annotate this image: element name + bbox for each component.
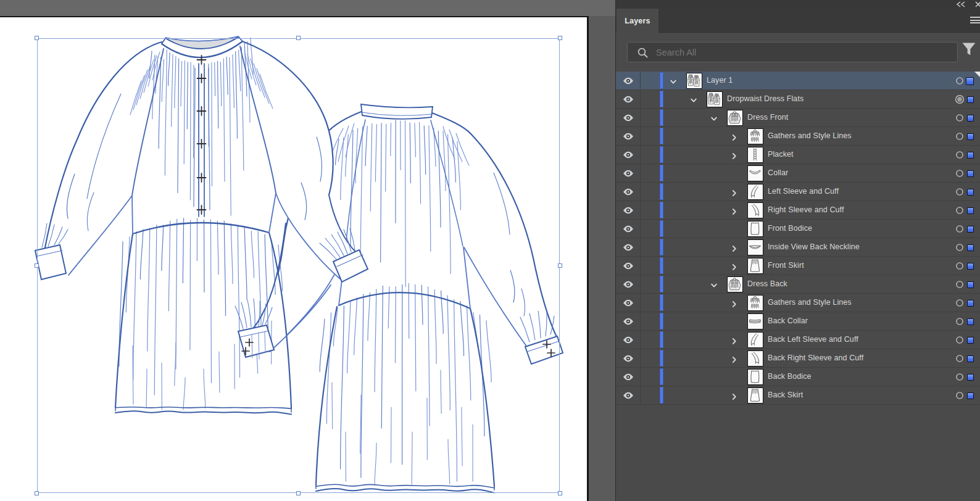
filter-funnel-icon[interactable] [960, 41, 978, 58]
eye-icon[interactable] [623, 281, 634, 288]
eye-icon[interactable] [623, 151, 634, 159]
layer-name[interactable]: Front Skirt [768, 257, 804, 275]
target-circle-icon[interactable] [955, 76, 965, 86]
selected-art-indicator[interactable] [967, 300, 974, 307]
lock-toggle-cell[interactable] [640, 368, 657, 386]
layer-name[interactable]: Gathers and Style Lines [768, 294, 852, 312]
layer-name[interactable]: Collar [768, 164, 788, 182]
layer-thumbnail[interactable] [747, 165, 763, 181]
layer-name[interactable]: Back Skirt [768, 386, 803, 404]
target-circle-icon[interactable] [955, 242, 965, 252]
layer-row-back-skirt[interactable]: Back Skirt [616, 386, 980, 405]
visibility-toggle[interactable] [616, 349, 640, 367]
lock-toggle-cell[interactable] [640, 201, 657, 219]
lock-toggle-cell[interactable] [640, 294, 657, 312]
layer-name[interactable]: Inside View Back Neckline [768, 238, 860, 256]
eye-icon[interactable] [623, 225, 634, 233]
selected-art-indicator[interactable] [967, 337, 974, 344]
layer-thumbnail[interactable] [747, 332, 763, 348]
visibility-toggle[interactable] [616, 72, 640, 89]
selected-art-indicator[interactable] [967, 152, 974, 159]
selected-art-indicator[interactable] [967, 263, 974, 270]
chevron-right-icon[interactable] [731, 189, 738, 197]
layer-row-gathers-and-style-lines[interactable]: Gathers and Style Lines [616, 294, 980, 312]
chevron-right-icon[interactable] [731, 134, 738, 141]
selected-art-indicator[interactable] [966, 77, 974, 85]
selection-handle[interactable] [35, 36, 39, 40]
target-circle-icon[interactable] [955, 224, 965, 234]
selection-handle[interactable] [558, 36, 562, 40]
visibility-toggle[interactable] [616, 275, 640, 293]
lock-toggle-cell[interactable] [640, 109, 657, 126]
layer-name[interactable]: Gathers and Style Lines [768, 127, 852, 145]
visibility-toggle[interactable] [616, 90, 640, 108]
layer-name[interactable]: Dress Front [747, 109, 788, 126]
target-circle-icon[interactable] [955, 261, 965, 271]
selection-handle[interactable] [296, 491, 301, 495]
eye-icon[interactable] [623, 318, 634, 325]
close-icon[interactable] [975, 1, 980, 7]
visibility-toggle[interactable] [616, 294, 640, 312]
chevron-right-icon[interactable] [731, 245, 738, 252]
selected-art-indicator[interactable] [967, 392, 974, 399]
layer-row-left-sleeve-and-cuff[interactable]: Left Sleeve and Cuff [616, 183, 980, 201]
target-circle-icon[interactable] [955, 354, 965, 363]
layer-name[interactable]: Layer 1 [707, 72, 733, 89]
selected-art-indicator[interactable] [967, 96, 974, 103]
layer-thumbnail[interactable] [747, 239, 763, 255]
layer-row-back-collar[interactable]: Back Collar [616, 312, 980, 331]
eye-icon[interactable] [623, 170, 634, 177]
visibility-toggle[interactable] [616, 220, 640, 238]
eye-icon[interactable] [623, 114, 634, 122]
lock-toggle-cell[interactable] [640, 349, 657, 367]
target-circle-icon[interactable] [955, 317, 965, 326]
selected-art-indicator[interactable] [967, 133, 974, 140]
layer-thumbnail[interactable] [747, 128, 763, 144]
layer-name[interactable]: Back Bodice [768, 368, 812, 386]
lock-toggle-cell[interactable] [640, 183, 657, 201]
selection-handle[interactable] [558, 263, 562, 268]
target-circle-icon[interactable] [955, 205, 965, 215]
visibility-toggle[interactable] [616, 183, 640, 201]
layer-name[interactable]: Dress Back [747, 275, 787, 293]
search-box[interactable] [627, 42, 958, 62]
selection-handle[interactable] [296, 36, 301, 40]
lock-toggle-cell[interactable] [640, 164, 657, 182]
target-circle-icon[interactable] [955, 187, 965, 197]
layer-thumbnail[interactable] [727, 276, 743, 292]
layer-name[interactable]: Placket [768, 146, 794, 164]
target-circle-icon[interactable] [955, 279, 965, 289]
visibility-toggle[interactable] [616, 312, 640, 330]
layer-thumbnail[interactable] [686, 73, 702, 89]
selected-art-indicator[interactable] [967, 226, 974, 233]
visibility-toggle[interactable] [616, 257, 640, 275]
chevron-right-icon[interactable] [731, 152, 738, 160]
chevron-down-icon[interactable] [690, 97, 697, 104]
layer-name[interactable]: Right Sleeve and Cuff [768, 201, 844, 219]
eye-icon[interactable] [623, 299, 634, 307]
lock-toggle-cell[interactable] [640, 238, 657, 256]
chevron-right-icon[interactable] [731, 393, 738, 400]
layer-name[interactable]: Back Collar [768, 312, 808, 330]
target-circle-icon[interactable] [955, 298, 965, 308]
eye-icon[interactable] [623, 207, 634, 214]
layer-row-dress-back[interactable]: Dress Back [616, 275, 980, 294]
lock-toggle-cell[interactable] [640, 257, 657, 275]
eye-icon[interactable] [623, 188, 634, 196]
selected-art-indicator[interactable] [967, 170, 974, 177]
lock-toggle-cell[interactable] [640, 146, 657, 164]
selected-art-indicator[interactable] [967, 318, 974, 325]
layer-thumbnail[interactable] [727, 110, 743, 126]
layer-thumbnail[interactable] [747, 387, 763, 404]
layer-thumbnail[interactable] [747, 147, 763, 163]
eye-icon[interactable] [623, 392, 634, 399]
eye-icon[interactable] [623, 133, 634, 140]
visibility-toggle[interactable] [616, 201, 640, 219]
visibility-toggle[interactable] [616, 331, 640, 349]
eye-icon[interactable] [623, 262, 634, 270]
layer-name[interactable]: Left Sleeve and Cuff [768, 183, 839, 201]
layer-thumbnail[interactable] [747, 202, 763, 218]
panel-menu-icon[interactable] [970, 17, 980, 24]
layer-name[interactable]: Back Right Sleeve and Cuff [768, 349, 863, 367]
chevron-down-icon[interactable] [710, 282, 718, 289]
